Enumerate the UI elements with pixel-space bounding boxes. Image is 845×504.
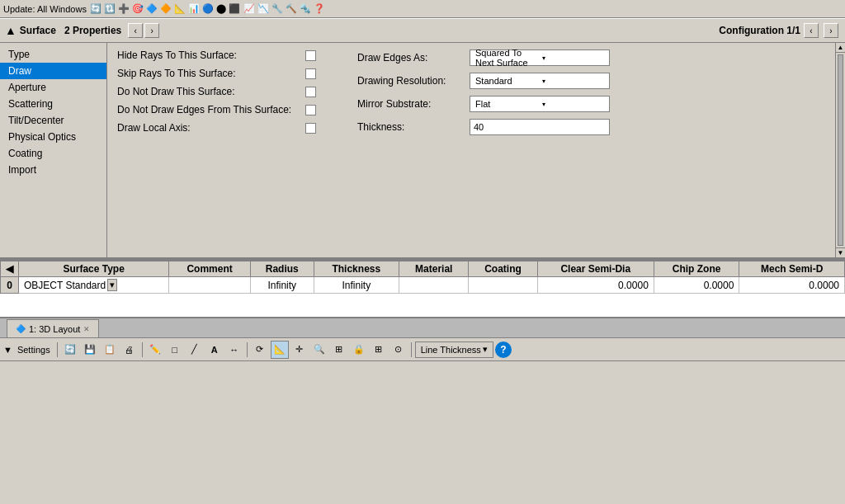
circle-btn[interactable]: ⊙ <box>389 341 408 359</box>
grid-button[interactable]: ⊞ <box>370 341 388 359</box>
mirror-substrate-row: Mirror Substrate: Flat ▾ <box>357 96 610 112</box>
panel-scrollbar[interactable]: ▲ ▼ <box>835 43 845 257</box>
col-chip-zone: Chip Zone <box>654 261 739 277</box>
sidebar-item-draw[interactable]: Draw <box>0 63 106 79</box>
coating-cell-0[interactable] <box>469 277 537 294</box>
sidebar-item-scattering[interactable]: Scattering <box>0 96 106 112</box>
pen-tool-button[interactable]: ✏️ <box>146 341 164 359</box>
surface-type-value: OBJECT Standard <box>24 280 106 291</box>
fit-button[interactable]: ⊞ <box>330 341 348 359</box>
next-surface-button[interactable]: › <box>144 23 159 38</box>
prev-config-button[interactable]: ‹ <box>804 23 819 38</box>
table-row: 0 OBJECT Standard ▾ Infinity Infinity 0.… <box>1 277 845 294</box>
layout-tab-label: 1: 3D Layout <box>29 324 80 334</box>
sidebar-item-import[interactable]: Import <box>0 162 106 178</box>
toolbar-separator-4 <box>411 342 412 357</box>
do-not-draw-edges-checkbox[interactable] <box>305 105 316 115</box>
mirror-substrate-dropdown[interactable]: Flat ▾ <box>470 96 610 112</box>
row-number-0: 0 <box>1 277 19 294</box>
copy-button[interactable]: 📋 <box>101 341 119 359</box>
refresh-button[interactable]: 🔄 <box>61 341 79 359</box>
do-not-draw-row: Do Not Draw This Surface: <box>117 86 316 97</box>
close-tab-icon[interactable]: ✕ <box>83 325 90 333</box>
spreadsheet-panel: ◀ Surface Type Comment Radius Thickness … <box>0 259 845 317</box>
panel-title-surface: Surface <box>20 25 56 36</box>
text-tool-button[interactable]: A <box>205 341 224 359</box>
comment-cell-0[interactable] <box>169 277 251 294</box>
skip-rays-label: Skip Rays To This Surface: <box>117 68 299 79</box>
zoom-button[interactable]: 🔍 <box>310 341 328 359</box>
layout-toolbar: ▼ Settings 🔄 💾 📋 🖨 ✏️ □ ╱ A ↔ ⟳ 📐 ✛ 🔍 ⊞ … <box>0 338 845 361</box>
draw-edges-as-label: Draw Edges As: <box>357 52 465 64</box>
next-config-button[interactable]: › <box>824 23 838 38</box>
rotate-button[interactable]: ⟳ <box>251 341 269 359</box>
radius-cell-0[interactable]: Infinity <box>250 277 314 294</box>
line-thickness-label: Line Thickness <box>421 345 481 355</box>
panel-subtitle: 2 Properties <box>64 25 121 36</box>
hide-rays-row: Hide Rays To This Surface: <box>117 49 316 61</box>
layout-view-button[interactable]: 📐 <box>271 341 289 359</box>
config-info: Configuration 1/1 ‹ › <box>719 23 840 38</box>
surface-type-dropdown-arrow[interactable]: ▾ <box>107 279 117 291</box>
clear-semi-dia-cell-0[interactable]: 0.0000 <box>537 277 654 294</box>
line-thickness-arrow: ▾ <box>483 344 488 355</box>
thickness-input[interactable]: 40 <box>470 119 610 135</box>
scroll-down-button[interactable]: ▼ <box>836 247 845 257</box>
col-clear-semi-dia: Clear Semi-Dia <box>537 261 654 277</box>
toolbar-icons: 🔄 🔃 ➕ 🎯 🔷 🔶 📐 📊 🔵 ⬤ ⬛ 📈 📉 🔧 🔨 🔩 ❓ <box>90 3 325 14</box>
line-tool-button[interactable]: ╱ <box>186 341 204 359</box>
scroll-thumb[interactable] <box>838 54 843 246</box>
panel-title: Surface 2 Properties <box>20 25 121 36</box>
line-thickness-button[interactable]: Line Thickness ▾ <box>415 341 493 358</box>
config-label: Configuration 1/1 <box>719 25 800 36</box>
thickness-value: 40 <box>474 122 484 132</box>
surface-properties-panel: ▲ Surface 2 Properties ‹ › Configuration… <box>0 18 845 259</box>
ruler-tool-button[interactable]: ↔ <box>225 341 243 359</box>
spreadsheet-table: ◀ Surface Type Comment Radius Thickness … <box>0 261 845 294</box>
drawing-resolution-row: Drawing Resolution: Standard ▾ <box>357 73 610 89</box>
sidebar-item-type[interactable]: Type <box>0 46 106 63</box>
layout-panel: 🔷 1: 3D Layout ✕ ▼ Settings 🔄 💾 📋 🖨 ✏️ □… <box>0 317 845 361</box>
draw-local-axis-label: Draw Local Axis: <box>117 122 299 134</box>
do-not-draw-checkbox[interactable] <box>305 87 316 97</box>
panel-body: Type Draw Aperture Scattering Tilt/Decen… <box>0 43 845 257</box>
mirror-substrate-value: Flat <box>472 99 539 109</box>
hide-rays-checkbox[interactable] <box>305 50 316 61</box>
sidebar-item-coating[interactable]: Coating <box>0 145 106 162</box>
settings-icon: ▼ <box>3 345 12 355</box>
draw-edges-arrow: ▾ <box>539 54 607 62</box>
help-button[interactable]: ? <box>495 341 512 358</box>
skip-rays-checkbox[interactable] <box>305 68 316 79</box>
expand-icon[interactable]: ▲ <box>5 24 17 37</box>
draw-local-axis-checkbox[interactable] <box>305 123 316 134</box>
draw-edges-dropdown[interactable]: Squared To Next Surface ▾ <box>470 49 610 66</box>
lock-button[interactable]: 🔒 <box>350 341 368 359</box>
sidebar-item-aperture[interactable]: Aperture <box>0 79 106 96</box>
prev-surface-button[interactable]: ‹ <box>128 23 143 38</box>
print-button[interactable]: 🖨 <box>120 341 139 359</box>
thickness-cell-0[interactable]: Infinity <box>314 277 399 294</box>
do-not-draw-label: Do Not Draw This Surface: <box>117 86 299 97</box>
sidebar-item-tilt-decenter[interactable]: Tilt/Decenter <box>0 112 106 129</box>
mech-semi-cell-0[interactable]: 0.0000 <box>739 277 845 294</box>
chip-zone-cell-0[interactable]: 0.0000 <box>654 277 739 294</box>
drawing-resolution-dropdown[interactable]: Standard ▾ <box>470 73 610 89</box>
toolbar-separator-1 <box>57 342 58 357</box>
draw-edges-value: Squared To Next Surface <box>472 48 539 68</box>
cross-button[interactable]: ✛ <box>290 341 309 359</box>
do-not-draw-edges-label: Do Not Draw Edges From This Surface: <box>117 104 299 115</box>
drawing-resolution-arrow: ▾ <box>539 78 607 85</box>
top-toolbar: Update: All Windows 🔄 🔃 ➕ 🎯 🔷 🔶 📐 📊 🔵 ⬤ … <box>0 0 845 18</box>
main-form-content: Hide Rays To This Surface: Skip Rays To … <box>107 43 835 257</box>
surface-type-cell[interactable]: OBJECT Standard ▾ <box>19 277 169 294</box>
col-thickness: Thickness <box>314 261 399 277</box>
settings-label[interactable]: Settings <box>17 345 50 355</box>
layout-tab[interactable]: 🔷 1: 3D Layout ✕ <box>7 319 99 337</box>
draw-edges-as-row: Draw Edges As: Squared To Next Surface ▾ <box>357 49 610 66</box>
col-resize-handle: ◀ <box>1 261 19 277</box>
rect-tool-button[interactable]: □ <box>166 341 184 359</box>
scroll-up-button[interactable]: ▲ <box>836 43 845 53</box>
sidebar-item-physical-optics[interactable]: Physical Optics <box>0 129 106 145</box>
material-cell-0[interactable] <box>399 277 469 294</box>
save-button[interactable]: 💾 <box>81 341 99 359</box>
